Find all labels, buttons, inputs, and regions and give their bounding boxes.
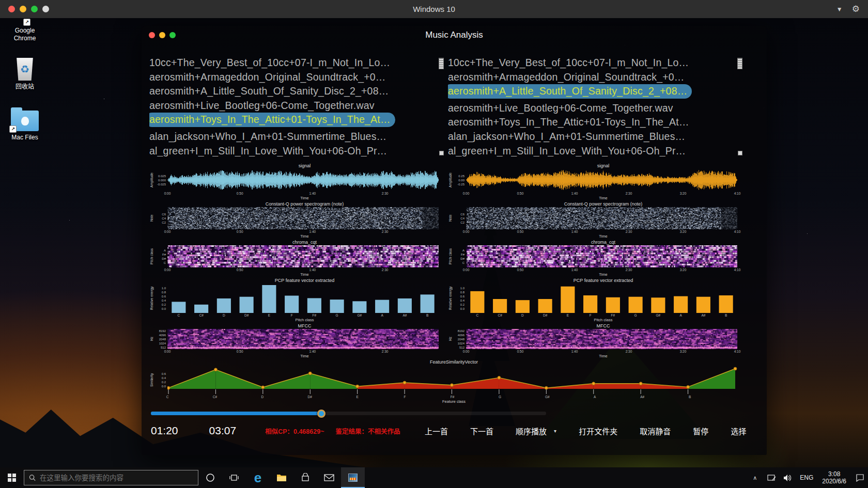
- playlist-item[interactable]: aerosmith+Armageddon_Original_Soundtrack…: [149, 71, 386, 83]
- play-mode-caret-icon[interactable]: ▾: [554, 428, 556, 434]
- x-axis-ticks: 0:000:501:402:30: [167, 191, 439, 196]
- action-center-icon: [856, 474, 864, 482]
- open-folder-button[interactable]: 打开文件夹: [579, 426, 617, 436]
- search-input[interactable]: [40, 474, 193, 482]
- desktop-icon-google-chrome[interactable]: ↗ Google Chrome: [4, 24, 45, 42]
- playlist-right-wrap: 10cc+The_Very_Best_of_10cc+07-I_m_Not_In…: [448, 56, 740, 156]
- playlist-item[interactable]: alan_jackson+Who_I_Am+01-Summertime_Blue…: [149, 131, 386, 142]
- playlist-item[interactable]: alan_jackson+Who_I_Am+01-Summertime_Blue…: [448, 131, 685, 142]
- chart-cqt-left: Constant-Q power spectrogram (note)NoteC…: [149, 201, 442, 239]
- mute-button[interactable]: 取消静音: [640, 426, 671, 436]
- recycle-bin-icon: ♻: [16, 58, 34, 81]
- chart-pcp-left: PCP feature vector extractedRelative ene…: [149, 277, 442, 323]
- y-axis-ticks: 8192409620481024512: [453, 329, 466, 349]
- zoom-button[interactable]: [31, 6, 38, 12]
- file-explorer-icon: [276, 473, 287, 482]
- progress-bar[interactable]: [151, 412, 546, 415]
- mail-button[interactable]: [317, 467, 341, 488]
- pen-display-tray-button[interactable]: [763, 467, 780, 488]
- x-axis-label: Time: [149, 272, 442, 277]
- desktop-icon-label: 回收站: [16, 83, 34, 91]
- y-axis-label: Pitch class: [149, 245, 154, 267]
- desktop-icon-recycle-bin[interactable]: ♻ 回收站: [4, 58, 45, 91]
- playlist-left-wrap: 10cc+The_Very_Best_of_10cc+07-I_m_Not_In…: [149, 56, 442, 156]
- close-button[interactable]: [149, 32, 155, 38]
- gear-icon[interactable]: ⚙: [852, 4, 860, 14]
- x-axis-ticks: 0:000:501:402:303:204:10: [466, 349, 737, 354]
- similarity-canvas: [167, 365, 737, 395]
- list-resize-grip[interactable]: [439, 151, 444, 155]
- playlist-item[interactable]: al_green+I_m_Still_In_Love_With_You+06-O…: [448, 145, 686, 156]
- playlist-item[interactable]: al_green+I_m_Still_In_Love_With_You+06-O…: [149, 145, 387, 156]
- extra-window-button[interactable]: [42, 6, 49, 12]
- next-button[interactable]: 下一首: [470, 426, 493, 436]
- playlist-item[interactable]: aerosmith+Armageddon_Original_Soundtrack…: [448, 71, 685, 83]
- chart-title: Constant-Q power spectrogram (note): [149, 201, 442, 207]
- x-axis-label: Pitch class: [448, 318, 740, 323]
- pause-button[interactable]: 暂停: [693, 426, 708, 436]
- select-button[interactable]: 选择: [731, 426, 746, 436]
- x-axis-ticks: 0:000:501:402:30: [167, 267, 439, 272]
- y-axis-ticks: C6C4C2: [154, 207, 167, 229]
- y-axis-label: Note: [149, 207, 154, 229]
- y-axis-ticks: C6C4C2: [453, 207, 466, 229]
- chart-chroma-left: chroma_cqtPitch classAF#D#C0:000:501:402…: [149, 239, 442, 277]
- playlist-item[interactable]: aerosmith+Toys_In_The_Attic+01-Toys_In_T…: [448, 116, 689, 128]
- playlist-item[interactable]: aerosmith+A_Little_South_Of_Sanity_Disc_…: [448, 84, 692, 99]
- taskbar-clock[interactable]: 3:08 2020/6/6: [817, 470, 851, 485]
- cortana-button[interactable]: [198, 467, 222, 488]
- chart-title: chroma_cqt: [448, 239, 740, 245]
- chart-cqt-right: Constant-Q power spectrogram (note)NoteC…: [448, 201, 740, 239]
- vm-title: Windows 10: [0, 5, 868, 13]
- play-mode-button[interactable]: 顺序播放▾: [516, 426, 556, 436]
- x-axis-label: Time: [149, 234, 442, 239]
- shortcut-arrow-icon: ↗: [23, 19, 30, 26]
- list-scrollbar-grip[interactable]: [439, 58, 444, 69]
- file-explorer-button[interactable]: [270, 467, 293, 488]
- minimize-button[interactable]: [20, 6, 26, 12]
- pcp-right-canvas: [466, 284, 737, 313]
- playlist-item[interactable]: 10cc+The_Very_Best_of_10cc+07-I_m_Not_In…: [448, 57, 689, 68]
- list-resize-grip[interactable]: [738, 151, 742, 155]
- playlist-item[interactable]: 10cc+The_Very_Best_of_10cc+07-I_m_Not_In…: [149, 57, 390, 68]
- volume-tray-button[interactable]: [780, 467, 796, 488]
- language-indicator[interactable]: ENG: [796, 474, 817, 481]
- chevron-down-icon[interactable]: ▼: [836, 6, 843, 13]
- music-analysis-window: Music Analysis 10cc+The_Very_Best_of_10c…: [142, 26, 767, 455]
- start-button[interactable]: [0, 467, 24, 488]
- prev-button[interactable]: 上一首: [425, 426, 448, 436]
- task-view-button[interactable]: [222, 467, 246, 488]
- store-button[interactable]: [293, 467, 317, 488]
- playlist-item[interactable]: aerosmith+Live_Bootleg+06-Come_Together.…: [448, 102, 673, 114]
- x-axis-label: Time: [448, 196, 740, 201]
- progress-thumb[interactable]: [317, 410, 326, 418]
- app-window-controls: [142, 32, 176, 38]
- y-axis-label: Amplitude: [149, 169, 154, 191]
- playlists: 10cc+The_Very_Best_of_10cc+07-I_m_Not_In…: [142, 56, 767, 156]
- close-button[interactable]: [8, 6, 15, 12]
- zoom-button[interactable]: [169, 32, 176, 38]
- edge-button[interactable]: e: [246, 467, 270, 488]
- chart-title: FeatureSimilarityVector: [149, 359, 740, 365]
- playlist-item[interactable]: aerosmith+A_Little_South_Of_Sanity_Disc_…: [149, 85, 389, 97]
- show-hidden-icons-button[interactable]: ∧: [747, 467, 763, 488]
- chart-title: signal: [149, 163, 442, 169]
- signal-left-canvas: [167, 169, 439, 191]
- shortcut-arrow-icon: ↗: [9, 125, 17, 133]
- chart-mfcc-right: MFCCHz81924096204810245120:000:501:402:3…: [448, 323, 740, 359]
- system-tray: ∧ ENG 3:08 2020/6/6: [747, 467, 868, 488]
- app-titlebar[interactable]: Music Analysis: [142, 26, 767, 44]
- playlist-item[interactable]: aerosmith+Live_Bootleg+06-Come_Together.…: [149, 100, 375, 111]
- taskbar-search[interactable]: [24, 470, 198, 485]
- desktop-icons: ↗ Google Chrome ♻ 回收站 ↗ Mac Files: [4, 24, 45, 141]
- y-axis-label: Relative energy: [149, 284, 154, 313]
- windows-logo-icon: [8, 474, 16, 482]
- action-center-button[interactable]: [851, 467, 868, 488]
- y-axis-ticks: 0.250.00-0.25: [453, 169, 466, 191]
- minimize-button[interactable]: [159, 32, 165, 38]
- music-analysis-taskbar-button[interactable]: [341, 467, 365, 488]
- playlist-item[interactable]: aerosmith+Toys_In_The_Attic+01-Toys_In_T…: [149, 113, 395, 127]
- x-axis-ticks: 0:000:501:402:303:204:10: [466, 229, 737, 234]
- list-scrollbar-grip[interactable]: [737, 58, 742, 69]
- desktop-icon-mac-files[interactable]: ↗ Mac Files: [4, 106, 45, 141]
